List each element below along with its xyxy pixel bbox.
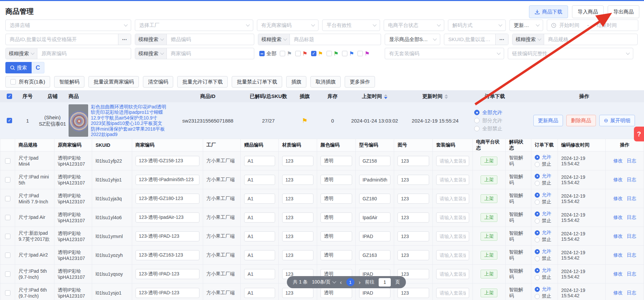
merchant-code-input[interactable] <box>136 269 199 279</box>
figure-code-input[interactable] <box>397 194 429 204</box>
gift-code-input[interactable] <box>244 231 275 241</box>
merchant-code-input[interactable] <box>136 288 199 298</box>
flag-checkbox[interactable] <box>311 51 316 56</box>
col-updated-sort[interactable]: 更新时间 <box>405 93 465 100</box>
edit-link[interactable]: 修改 <box>613 214 623 221</box>
model-code-input[interactable] <box>359 194 391 204</box>
sku-select-checkbox[interactable] <box>5 196 10 201</box>
product-export-button[interactable]: 导出商品 <box>608 5 639 18</box>
sku-select-checkbox[interactable] <box>5 271 10 277</box>
model-code-input[interactable] <box>359 288 391 298</box>
log-link[interactable]: 日志 <box>627 196 636 202</box>
product-title-link[interactable]: 彩色扭曲圈环透明软壳印花iPad透明软壳印花彩绘适用ipadpro11寸蝴蝶12… <box>91 104 167 137</box>
merchant-code-search[interactable]: 模糊搜索 商家编码 <box>135 48 254 59</box>
material-code-input[interactable] <box>282 194 314 204</box>
sku-select-checkbox[interactable] <box>5 290 10 296</box>
more-input-button[interactable]: ••• <box>495 34 508 45</box>
figure-code-input[interactable] <box>397 250 429 260</box>
merchant-code-input[interactable] <box>136 194 199 204</box>
header-select-checkbox[interactable] <box>7 94 12 99</box>
figure-code-input[interactable] <box>397 231 429 241</box>
figure-code-input[interactable] <box>397 212 429 223</box>
search-button[interactable]: 搜索 <box>5 62 32 73</box>
page-jump-input[interactable] <box>379 278 391 287</box>
model-code-input[interactable] <box>359 250 391 260</box>
set-code-input[interactable] <box>436 194 469 204</box>
batch-action-button[interactable]: 更多操作 <box>345 76 375 88</box>
sku-select-checkbox[interactable] <box>5 253 10 258</box>
sku-select-checkbox[interactable] <box>5 234 10 239</box>
batch-action-button[interactable]: 清空编码 <box>143 76 173 88</box>
edit-link[interactable]: 修改 <box>613 177 623 183</box>
fuzzy-mode-select[interactable]: 模糊搜索 <box>135 48 167 59</box>
sku-select-checkbox[interactable] <box>5 158 10 164</box>
color-code-input[interactable] <box>320 156 352 166</box>
order-allow-radio[interactable] <box>535 155 540 160</box>
batch-action-button[interactable]: 批量设置商家编码 <box>88 76 139 88</box>
order-deny-radio[interactable] <box>535 237 540 242</box>
model-code-input[interactable] <box>359 212 391 223</box>
delete-product-button[interactable]: 删除商品 <box>566 115 596 126</box>
sku-display-mode-select[interactable]: 显示商品全部SKU <box>385 34 440 45</box>
gift-code-input[interactable] <box>244 194 275 204</box>
factory-select[interactable]: 选择工厂 <box>135 20 253 31</box>
order-allow-radio[interactable] <box>535 249 540 254</box>
color-code-input[interactable] <box>320 231 352 241</box>
decode-method-select[interactable]: 解码方式 <box>448 20 506 31</box>
edit-link[interactable]: 修改 <box>613 252 623 258</box>
batch-action-button[interactable]: 取消插旗 <box>310 76 341 88</box>
batch-action-button[interactable]: 插旗 <box>286 76 306 88</box>
product-title-search[interactable]: 模糊搜索 商品标题 <box>258 34 381 45</box>
order-deny-radio[interactable] <box>535 256 540 261</box>
batch-action-button[interactable]: 批量允许订单下载 <box>177 76 228 88</box>
edit-link[interactable]: 修改 <box>613 233 623 239</box>
gift-code-input[interactable] <box>244 156 275 166</box>
flag-checkbox[interactable] <box>295 51 301 56</box>
edit-link[interactable]: 修改 <box>613 290 623 296</box>
platform-status-select[interactable]: 电商平台状态 <box>384 20 444 31</box>
gift-code-input[interactable] <box>244 212 275 223</box>
refresh-button[interactable]: C <box>32 62 44 73</box>
sort-icons[interactable] <box>445 94 448 99</box>
current-page[interactable]: 1 <box>346 278 354 286</box>
batch-action-button[interactable]: 智能解码 <box>54 76 84 88</box>
time-field-select[interactable]: 更新时间 <box>509 20 543 31</box>
select-all-pages[interactable]: 所有页(1条) <box>5 76 50 88</box>
flag-checkbox[interactable] <box>357 51 363 56</box>
order-deny-radio[interactable] <box>535 275 540 280</box>
shop-select[interactable]: 选择店铺 <box>5 20 131 31</box>
log-link[interactable]: 日志 <box>627 233 636 239</box>
product-id-input[interactable]: 商品ID,批量以逗号或空格隔开 ••• <box>5 34 131 45</box>
log-link[interactable]: 日志 <box>627 252 636 258</box>
material-code-input[interactable] <box>282 231 314 241</box>
color-code-input[interactable] <box>320 250 352 260</box>
log-link[interactable]: 日志 <box>627 177 636 183</box>
fuzzy-mode-select[interactable]: 模糊搜索 <box>258 34 290 45</box>
set-code-input[interactable] <box>436 288 469 298</box>
skuid-input[interactable]: SKUID,批量以逗号或空格 ••• <box>444 34 508 45</box>
flag-all-checkbox[interactable] <box>259 51 265 56</box>
order-deny-radio[interactable] <box>535 200 540 205</box>
flag-checkbox[interactable] <box>327 51 332 56</box>
set-code-input[interactable] <box>436 231 469 241</box>
set-code-input[interactable] <box>436 269 469 279</box>
gift-code-input[interactable] <box>244 288 275 298</box>
edit-link[interactable]: 修改 <box>613 158 623 164</box>
model-code-input[interactable] <box>359 175 391 185</box>
set-code-input[interactable] <box>436 212 469 223</box>
fuzzy-mode-select[interactable]: 模糊搜索 <box>135 34 167 45</box>
color-code-input[interactable] <box>320 194 352 204</box>
gift-code-input[interactable] <box>244 175 275 185</box>
order-radio-deny-all[interactable] <box>474 126 480 131</box>
model-code-input[interactable] <box>359 156 391 166</box>
product-download-button[interactable]: 商品下载 <box>529 5 568 18</box>
help-button[interactable]: ? <box>634 127 644 141</box>
material-code-input[interactable] <box>282 250 314 260</box>
fuzzy-mode-select[interactable]: 模糊搜索 <box>6 48 37 59</box>
order-deny-radio[interactable] <box>535 162 540 167</box>
material-code-input[interactable] <box>282 175 314 185</box>
row-select-checkbox[interactable] <box>7 118 12 123</box>
model-code-input[interactable] <box>359 231 391 241</box>
prev-page-button[interactable]: ‹ <box>340 279 342 285</box>
order-deny-radio[interactable] <box>535 219 540 224</box>
